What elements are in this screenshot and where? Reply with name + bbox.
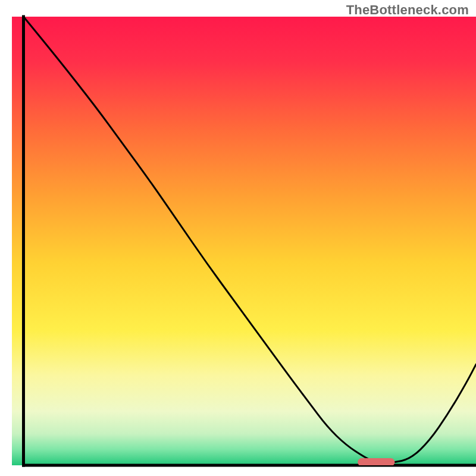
gradient-background [12,17,476,465]
optimal-marker [358,458,394,466]
chart-container: TheBottleneck.com [0,0,476,476]
chart-svg [0,0,476,476]
